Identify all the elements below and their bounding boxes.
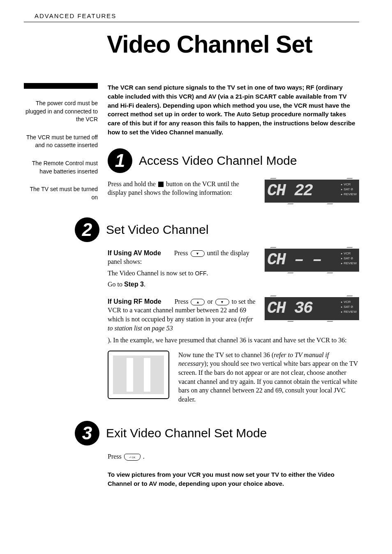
white-bar — [144, 358, 150, 392]
lcd-text: CH – – — [267, 252, 321, 268]
lcd-panel: CH 22 VCR SAT ⊘ REVIEW — [265, 180, 359, 203]
text-segment: Go to — [108, 281, 124, 288]
section-heading: ADVANCED FEATURES — [35, 12, 359, 19]
text-segment: Press — [174, 249, 190, 256]
text-segment: . — [144, 281, 145, 288]
text-segment: . — [141, 453, 145, 460]
rf-line-cont: ). In the example, we have presumed that… — [108, 336, 359, 345]
step-number-badge: 2 — [75, 217, 99, 242]
step-3-header: 3 Exit Video Channel Set Mode — [75, 421, 359, 446]
text-segment: Now tune the TV set to channel 36 ( — [178, 351, 274, 358]
lcd-label: SAT ⊘ — [341, 187, 357, 192]
text-segment: ). In the example, we have presumed that… — [108, 337, 347, 344]
down-button-icon — [191, 250, 205, 257]
lcd-label: SAT ⊘ — [341, 256, 357, 261]
content-row: The power cord must be plugged in and co… — [24, 83, 359, 488]
lcd-label: REVIEW — [341, 261, 357, 266]
lcd-label: VCR — [341, 251, 357, 256]
av-mode-block: If Using AV Mode Press until the display… — [108, 249, 359, 291]
tv-icon — [108, 351, 169, 399]
sidebar-note: The power cord must be plugged in and co… — [24, 99, 98, 124]
stop-button-icon — [158, 182, 164, 187]
lcd-label: VCR — [341, 300, 357, 305]
off-text: OFF — [195, 270, 207, 277]
intro-paragraph: The VCR can send picture signals to the … — [108, 83, 359, 137]
step-1: 1 Access Video Channel Mode Press and ho… — [108, 148, 359, 203]
text-segment: or — [205, 298, 214, 305]
lcd-label: REVIEW — [341, 192, 357, 197]
text-segment: The Video Channel is now set to — [108, 270, 195, 277]
lcd-panel: CH 36 VCR SAT ⊘ REVIEW — [265, 297, 359, 320]
step-1-header: 1 Access Video Channel Mode — [108, 148, 359, 173]
lcd-labels: VCR SAT ⊘ REVIEW — [341, 182, 357, 197]
text-segment: Press and hold the — [108, 180, 157, 187]
lcd-label: SAT ⊘ — [341, 305, 357, 309]
step-ref: Step 3 — [124, 281, 144, 288]
header-rule — [24, 22, 359, 22]
sidebar-note: The Remote Control must have batteries i… — [24, 159, 98, 175]
step-3: 3 Exit Video Channel Set Mode Press . To… — [108, 421, 359, 488]
av-line: The Video Channel is now set to OFF. — [108, 269, 257, 278]
sidebar-bar — [24, 83, 98, 89]
lcd-labels: VCR SAT ⊘ REVIEW — [341, 251, 357, 266]
ok-button-icon — [124, 454, 141, 461]
step-1-title: Access Video Channel Mode — [139, 154, 297, 168]
step-2: 2 Set Video Channel If Using AV Mode Pre… — [108, 217, 359, 406]
up-button-icon — [191, 299, 205, 305]
text-segment: ); you should see two vertical white bar… — [178, 360, 358, 402]
step-1-body: Press and hold the button on the VCR unt… — [108, 180, 359, 203]
sidebar-note: The VCR must be turned off and no casset… — [24, 134, 98, 150]
step-1-text: Press and hold the button on the VCR unt… — [108, 180, 257, 197]
lcd-text: CH 36 — [267, 300, 312, 317]
av-label: If Using AV Mode — [108, 249, 161, 256]
down-button-icon — [215, 299, 229, 305]
rf-label: If Using RF Mode — [108, 298, 161, 305]
tv-screen — [113, 355, 164, 394]
step-2-title: Set Video Channel — [106, 223, 209, 237]
step-2-header: 2 Set Video Channel — [75, 217, 359, 242]
step-3-body: Press . — [108, 452, 359, 461]
rf-line: If Using RF Mode Press or to set the VCR… — [108, 297, 257, 332]
av-line: If Using AV Mode Press until the display… — [108, 249, 257, 266]
step-number-badge: 1 — [108, 148, 132, 173]
text-segment: Press — [108, 453, 123, 460]
tv-tune-text: Now tune the TV set to channel 36 (refer… — [178, 351, 359, 404]
white-bar — [127, 358, 133, 392]
sidebar-note: The TV set must be turned on — [24, 185, 98, 201]
text-segment: . — [207, 270, 208, 277]
text-segment: Press — [175, 298, 190, 305]
lcd-panel: CH – – VCR SAT ⊘ REVIEW — [265, 249, 359, 272]
lcd-label: VCR — [341, 182, 357, 187]
lcd-labels: VCR SAT ⊘ REVIEW — [341, 300, 357, 314]
tv-row: Now tune the TV set to channel 36 (refer… — [108, 351, 359, 406]
rf-mode-block: If Using RF Mode Press or to set the VCR… — [108, 297, 359, 406]
main-column: The VCR can send picture signals to the … — [108, 83, 359, 488]
lcd-label: REVIEW — [341, 309, 357, 314]
av-line: Go to Step 3. — [108, 280, 257, 289]
step-3-title: Exit Video Channel Set Mode — [106, 426, 267, 440]
final-note: To view pictures from your VCR you must … — [108, 470, 359, 488]
step-number-badge: 3 — [75, 421, 99, 446]
lcd-text: CH 22 — [267, 183, 312, 199]
page-title: Video Channel Set — [107, 30, 359, 58]
